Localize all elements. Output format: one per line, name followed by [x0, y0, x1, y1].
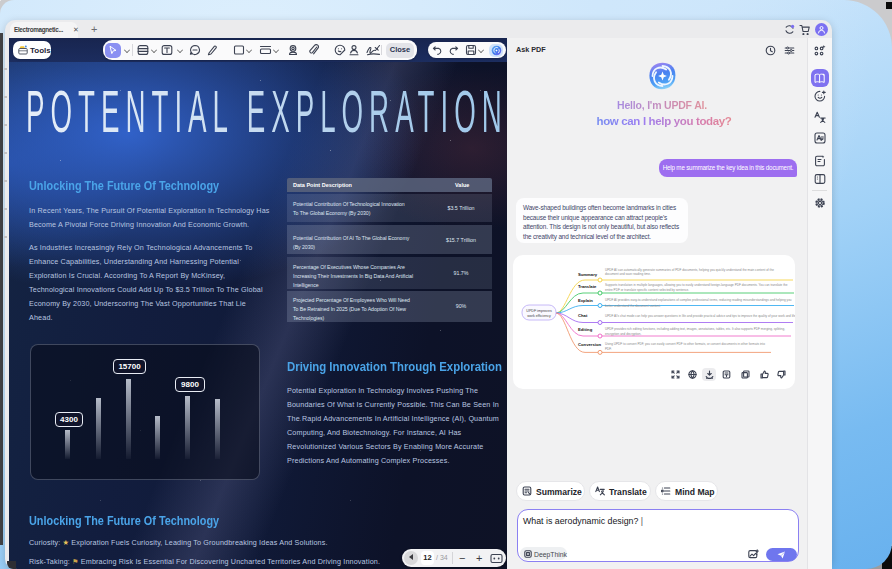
svg-text:better understand the document: better understand the document content. [605, 304, 661, 308]
svg-text:Editing: Editing [578, 327, 593, 332]
svg-text:UPDF AI's chat mode can help y: UPDF AI's chat mode can help you answer … [605, 314, 795, 318]
svg-text:UPDF AI can automatically gene: UPDF AI can automatically generate summa… [605, 268, 774, 272]
svg-text:Explain: Explain [578, 298, 593, 303]
svg-text:Chat: Chat [578, 313, 588, 318]
svg-text:encryption and decryption.: encryption and decryption. [605, 332, 641, 336]
svg-text:Supports translation in multip: Supports translation in multiple languag… [605, 283, 788, 287]
svg-text:Conversion: Conversion [578, 342, 601, 347]
svg-text:document and save reading time: document and save reading time. [605, 272, 651, 276]
svg-text:UPDF provides rich editing fun: UPDF provides rich editing functions, in… [605, 327, 785, 331]
svg-text:Using UPDF to convert PDF, you: Using UPDF to convert PDF, you can easil… [605, 342, 765, 346]
svg-text:entire PDF or translate specif: entire PDF or translate specific content… [605, 288, 689, 292]
svg-text:UPDF improves: UPDF improves [526, 309, 552, 313]
svg-text:work efficiency: work efficiency [527, 314, 551, 318]
svg-text:UPDF AI provides easy-to-under: UPDF AI provides easy-to-understand expl… [605, 298, 792, 302]
svg-text:Translate: Translate [578, 284, 597, 289]
svg-text:PDF.: PDF. [605, 347, 612, 351]
svg-text:Summary: Summary [578, 272, 598, 277]
